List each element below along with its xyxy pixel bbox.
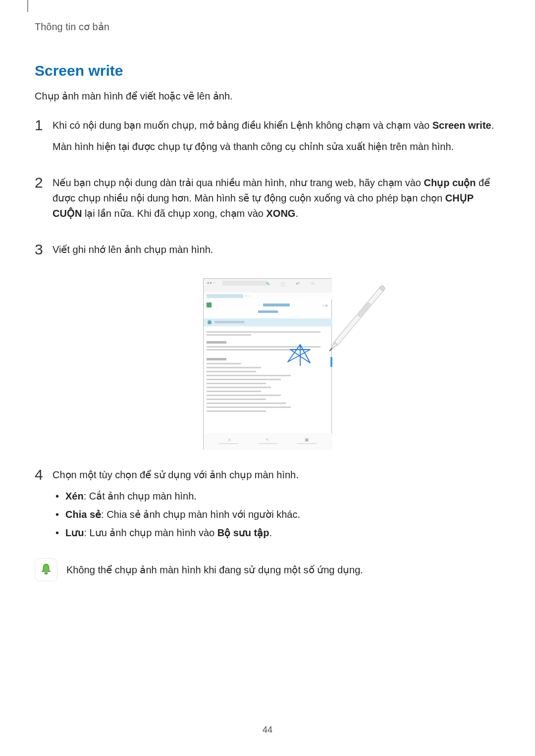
svg-rect-8 [207,294,243,298]
svg-rect-23 [207,363,241,364]
bold-text: Lưu [65,527,84,538]
svg-text:▣: ▣ [305,437,309,442]
step-body: Nếu bạn chụp nội dung dàn trải qua nhiều… [53,175,500,227]
intro-text: Chụp ảnh màn hình để viết hoặc vẽ lên ản… [35,90,500,102]
step-body: Khi có nội dung bạn muốn chụp, mở bảng đ… [53,118,494,160]
svg-rect-25 [207,371,256,372]
bold-text: Screen write [432,120,491,131]
text: Chọn một tùy chọn để sử dụng với ảnh chụ… [53,467,300,483]
list-item: Chia sẻ: Chia sẻ ảnh chụp màn hình với n… [65,507,300,522]
svg-point-15 [208,320,212,324]
svg-text:✎: ✎ [266,281,270,287]
svg-rect-30 [207,391,261,392]
bold-text: Bộ sưu tập [217,527,269,538]
svg-text:↶: ↶ [296,281,300,287]
text: . [269,527,272,538]
svg-text:↷: ↷ [311,281,315,287]
document-page: Thông tin cơ bản Screen write Chụp ảnh m… [0,0,535,756]
page-number: 44 [0,725,535,735]
bold-text: Chia sẻ [65,509,101,520]
step-number: 4 [35,467,53,482]
text: : Cắt ảnh chụp màn hình. [84,491,197,502]
svg-rect-2 [222,281,267,286]
bold-text: XONG [267,208,296,219]
svg-rect-33 [207,403,286,404]
text: lại lần nữa. Khi đã chụp xong, chạm vào [82,208,266,219]
svg-rect-18 [207,334,251,336]
step-4: 4 Chọn một tùy chọn để sử dụng với ảnh c… [35,467,500,544]
svg-rect-41 [218,443,238,444]
list-item: Xén: Cắt ảnh chụp màn hình. [65,489,300,504]
bold-text: Chụp cuộn [424,177,476,188]
svg-rect-10 [207,302,212,307]
text: Màn hình hiện tại được chụp tự động và t… [53,139,494,154]
svg-rect-28 [207,383,266,384]
svg-rect-31 [207,395,281,396]
step-body: Chọn một tùy chọn để sử dụng với ảnh chụ… [53,467,300,544]
svg-rect-43 [297,443,317,444]
scribble-icon [283,342,318,367]
section-title: Screen write [35,62,500,79]
text: Viết ghi nhớ lên ảnh chụp màn hình. [53,242,213,257]
svg-rect-34 [207,406,291,408]
breadcrumb-header: Thông tin cơ bản [35,21,500,33]
svg-rect-11 [263,303,290,306]
text: Nếu bạn chụp nội dung dàn trải qua nhiều… [53,177,424,188]
step-3: 3 Viết ghi nhớ lên ảnh chụp màn hình. [35,242,500,263]
step-2: 2 Nếu bạn chụp nội dung dàn trải qua nhi… [35,175,500,227]
note-text: Không thể chụp ảnh màn hình khi đang sử … [66,564,363,576]
text: . [295,208,298,219]
svg-rect-13 [258,310,278,313]
device-screenshot: ◀ ▶ ☆ ✎ ◌ ↶ ↷ × ＋ ⌕ ☰ [203,278,332,450]
bullet-list: Xén: Cắt ảnh chụp màn hình. Chia sẻ: Chi… [53,489,300,541]
text: : Chia sẻ ảnh chụp màn hình với người kh… [101,509,300,520]
figure: ◀ ▶ ☆ ✎ ◌ ↶ ↷ × ＋ ⌕ ☰ [35,278,500,450]
step-body: Viết ghi nhớ lên ảnh chụp màn hình. [53,242,213,263]
svg-rect-42 [258,443,278,444]
svg-rect-32 [207,399,266,400]
step-number: 2 [35,175,53,190]
svg-rect-17 [207,331,321,333]
note-row: Không thể chụp ảnh màn hình khi đang sử … [35,558,500,581]
svg-text:◌: ◌ [281,281,285,287]
bell-icon [35,558,57,581]
bold-text: Xén [65,491,84,502]
svg-text:× ＋: × ＋ [245,294,252,298]
list-item: Lưu: Lưu ảnh chụp màn hình vào Bộ sưu tậ… [65,525,300,541]
tab-mark [27,0,28,12]
step-number: 1 [35,118,53,133]
svg-rect-22 [207,358,226,360]
step-number: 3 [35,242,53,257]
svg-rect-48 [329,348,332,351]
svg-text:◀ ▶ ☆: ◀ ▶ ☆ [207,281,215,284]
step-1: 1 Khi có nội dung bạn muốn chụp, mở bảng… [35,118,500,160]
svg-rect-46 [358,302,371,317]
text: Khi có nội dung bạn muốn chụp, mở bảng đ… [53,120,432,131]
svg-rect-19 [207,341,226,344]
svg-rect-26 [207,375,291,376]
svg-rect-27 [207,379,281,380]
text: . [491,120,494,131]
svg-rect-16 [214,321,244,323]
svg-rect-24 [207,367,261,368]
svg-rect-35 [207,410,266,412]
svg-text:<: < [266,437,268,442]
spen-icon [322,281,386,365]
text: : Lưu ảnh chụp màn hình vào [84,527,217,538]
svg-rect-29 [207,387,271,388]
